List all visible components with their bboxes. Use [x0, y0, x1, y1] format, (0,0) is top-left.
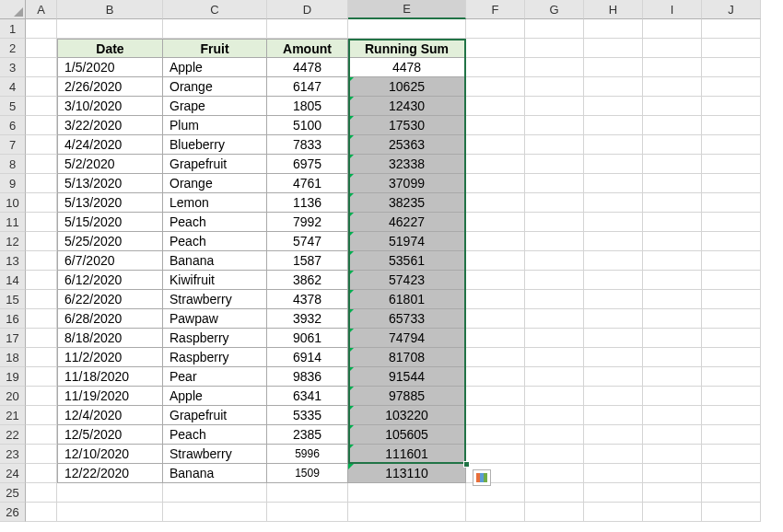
empty-cell[interactable] — [26, 290, 57, 309]
fruit-cell[interactable]: Strawberry — [163, 290, 267, 309]
empty-cell[interactable] — [584, 77, 643, 97]
row-header-25[interactable]: 25 — [0, 483, 26, 503]
empty-cell[interactable] — [702, 251, 761, 271]
fruit-cell[interactable]: Pawpaw — [163, 309, 267, 329]
running-sum-cell[interactable]: 10625 — [348, 77, 466, 97]
running-sum-cell[interactable]: 38235 — [348, 193, 466, 213]
empty-cell[interactable] — [466, 406, 525, 425]
empty-cell[interactable] — [525, 290, 584, 309]
empty-cell[interactable] — [584, 387, 643, 406]
amount-cell[interactable]: 4478 — [267, 58, 348, 77]
empty-cell[interactable] — [702, 116, 761, 135]
running-sum-cell[interactable]: 32338 — [348, 155, 466, 174]
col-header-A[interactable]: A — [26, 0, 57, 19]
fruit-cell[interactable]: Grapefruit — [163, 155, 267, 174]
empty-cell[interactable] — [26, 464, 57, 483]
running-sum-cell[interactable]: 74794 — [348, 329, 466, 348]
fruit-cell[interactable]: Peach — [163, 213, 267, 232]
fruit-cell[interactable]: Banana — [163, 251, 267, 271]
date-cell[interactable]: 1/5/2020 — [57, 58, 163, 77]
empty-cell[interactable] — [26, 39, 57, 58]
date-cell[interactable]: 2/26/2020 — [57, 77, 163, 97]
empty-cell[interactable] — [525, 232, 584, 251]
empty-cell[interactable] — [702, 445, 761, 464]
row-header-12[interactable]: 12 — [0, 232, 26, 251]
empty-cell[interactable] — [466, 348, 525, 367]
empty-cell[interactable] — [163, 19, 267, 39]
empty-cell[interactable] — [57, 503, 163, 522]
empty-cell[interactable] — [643, 464, 702, 483]
empty-cell[interactable] — [584, 367, 643, 387]
date-cell[interactable]: 5/2/2020 — [57, 155, 163, 174]
empty-cell[interactable] — [26, 329, 57, 348]
empty-cell[interactable] — [643, 309, 702, 329]
empty-cell[interactable] — [584, 503, 643, 522]
fruit-cell[interactable]: Plum — [163, 116, 267, 135]
fruit-cell[interactable]: Blueberry — [163, 135, 267, 155]
empty-cell[interactable] — [466, 387, 525, 406]
empty-cell[interactable] — [267, 503, 348, 522]
empty-cell[interactable] — [525, 97, 584, 116]
empty-cell[interactable] — [643, 19, 702, 39]
amount-cell[interactable]: 1136 — [267, 193, 348, 213]
empty-cell[interactable] — [466, 19, 525, 39]
date-cell[interactable]: 5/13/2020 — [57, 174, 163, 193]
empty-cell[interactable] — [26, 77, 57, 97]
fruit-cell[interactable]: Raspberry — [163, 348, 267, 367]
amount-cell[interactable]: 5996 — [267, 445, 348, 464]
empty-cell[interactable] — [643, 213, 702, 232]
empty-cell[interactable] — [466, 155, 525, 174]
empty-cell[interactable] — [466, 251, 525, 271]
fruit-cell[interactable]: Peach — [163, 232, 267, 251]
empty-cell[interactable] — [643, 290, 702, 309]
empty-cell[interactable] — [466, 271, 525, 290]
empty-cell[interactable] — [643, 329, 702, 348]
fruit-cell[interactable]: Apple — [163, 58, 267, 77]
empty-cell[interactable] — [466, 77, 525, 97]
row-header-1[interactable]: 1 — [0, 19, 26, 39]
header-date[interactable]: Date — [57, 39, 163, 58]
amount-cell[interactable]: 3932 — [267, 309, 348, 329]
empty-cell[interactable] — [57, 483, 163, 503]
empty-cell[interactable] — [466, 329, 525, 348]
empty-cell[interactable] — [584, 19, 643, 39]
date-cell[interactable]: 11/18/2020 — [57, 367, 163, 387]
empty-cell[interactable] — [525, 309, 584, 329]
amount-cell[interactable]: 6914 — [267, 348, 348, 367]
empty-cell[interactable] — [702, 309, 761, 329]
empty-cell[interactable] — [26, 213, 57, 232]
empty-cell[interactable] — [466, 97, 525, 116]
empty-cell[interactable] — [26, 425, 57, 445]
row-header-19[interactable]: 19 — [0, 367, 26, 387]
amount-cell[interactable]: 6147 — [267, 77, 348, 97]
empty-cell[interactable] — [643, 425, 702, 445]
empty-cell[interactable] — [643, 39, 702, 58]
running-sum-cell[interactable]: 12430 — [348, 97, 466, 116]
empty-cell[interactable] — [466, 232, 525, 251]
running-sum-cell[interactable]: 91544 — [348, 367, 466, 387]
fruit-cell[interactable]: Grapefruit — [163, 406, 267, 425]
col-header-B[interactable]: B — [57, 0, 163, 19]
empty-cell[interactable] — [26, 174, 57, 193]
col-header-H[interactable]: H — [584, 0, 643, 19]
empty-cell[interactable] — [584, 329, 643, 348]
empty-cell[interactable] — [702, 77, 761, 97]
amount-cell[interactable]: 9061 — [267, 329, 348, 348]
empty-cell[interactable] — [584, 232, 643, 251]
fill-handle[interactable] — [463, 461, 470, 468]
empty-cell[interactable] — [584, 271, 643, 290]
fruit-cell[interactable]: Grape — [163, 97, 267, 116]
select-all-corner[interactable] — [0, 0, 26, 19]
empty-cell[interactable] — [702, 58, 761, 77]
spreadsheet-grid[interactable]: ABCDEFGHIJ12DateFruitAmountRunning Sum31… — [0, 0, 783, 522]
amount-cell[interactable]: 2385 — [267, 425, 348, 445]
row-header-23[interactable]: 23 — [0, 445, 26, 464]
row-header-22[interactable]: 22 — [0, 425, 26, 445]
empty-cell[interactable] — [26, 232, 57, 251]
date-cell[interactable]: 12/5/2020 — [57, 425, 163, 445]
row-header-2[interactable]: 2 — [0, 39, 26, 58]
row-header-26[interactable]: 26 — [0, 503, 26, 522]
fruit-cell[interactable]: Orange — [163, 77, 267, 97]
empty-cell[interactable] — [525, 213, 584, 232]
quick-analysis-icon[interactable] — [473, 469, 491, 486]
